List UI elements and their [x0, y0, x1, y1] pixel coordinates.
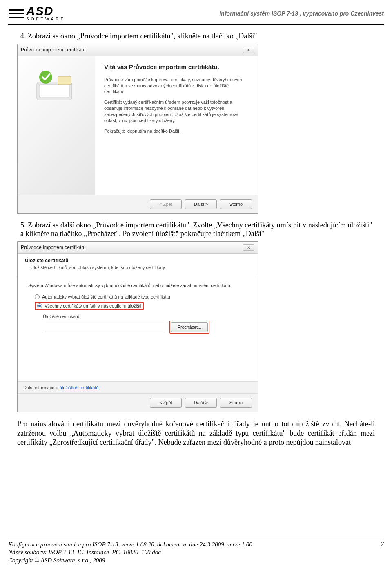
- step-5-text: 5. Zobrazí se další okno „Průvodce impor…: [20, 221, 375, 238]
- page-footer: Konfigurace pracovní stanice pro ISOP 7-…: [8, 538, 384, 565]
- wizard-window-2: Průvodce importem certifikátu ✕ Úložiště…: [17, 241, 258, 412]
- close-icon[interactable]: ✕: [243, 244, 254, 251]
- certificate-wizard-icon: [32, 68, 81, 105]
- wizard2-link-row: Další informace o úložištích certifikátů: [18, 381, 258, 393]
- footer-line2: Název souboru: ISOP 7-13_IC_Instalace_PC…: [8, 548, 372, 557]
- footer-line3: Copyright © ASD Software, s.r.o., 2009: [8, 557, 372, 565]
- radio-icon: [35, 294, 40, 299]
- wizard1-p3: Pokračujte klepnutím na tlačítko Další.: [104, 128, 247, 134]
- wizard1-main: Vítá vás Průvodce importem certifikátu. …: [95, 56, 258, 195]
- cancel-button[interactable]: Storno: [220, 199, 252, 209]
- page-number: 7: [372, 541, 384, 565]
- back-button[interactable]: < Zpět: [150, 398, 182, 408]
- wizard2-subdesc: Úložiště certifikátů jsou oblasti systém…: [25, 265, 250, 270]
- wizard2-subtitle: Úložiště certifikátů: [25, 258, 250, 263]
- logo-textblock: ASD SOFTWARE: [26, 6, 65, 21]
- store-row: Úložiště certifikátů: Procházet...: [43, 314, 247, 334]
- wizard1-p2: Certifikát vydaný certifikačním úřadem p…: [104, 99, 247, 123]
- browse-button[interactable]: Procházet...: [171, 322, 208, 332]
- wizard1-heading: Vítá vás Průvodce importem certifikátu.: [104, 63, 247, 71]
- close-icon[interactable]: ✕: [243, 47, 254, 53]
- logo-subtext: SOFTWARE: [26, 17, 65, 21]
- radio-auto-label: Automaticky vybrat úložiště certifikátů …: [42, 294, 170, 299]
- after-paragraph: Pro nainstalování certifikátu mezi důvěr…: [17, 419, 375, 447]
- link-prefix: Další informace o: [23, 385, 60, 390]
- wizard2-titlebar: Průvodce importem certifikátu ✕: [18, 242, 258, 254]
- header-doc-title: Informační systém ISOP 7-13 , vypracován…: [219, 10, 384, 17]
- next-button[interactable]: Další >: [185, 398, 217, 408]
- radio-place-all[interactable]: Všechny certifikáty umístit v následujíc…: [35, 302, 247, 310]
- radio-auto-select[interactable]: Automaticky vybrat úložiště certifikátů …: [35, 294, 247, 299]
- logo: ASD SOFTWARE: [8, 6, 65, 21]
- page-content: 4. Zobrazí se okno „Průvodce importem ce…: [17, 32, 375, 447]
- radio-place-all-label: Všechny certifikáty umístit v následujíc…: [45, 303, 141, 308]
- logo-text: ASD: [26, 6, 65, 16]
- step-4-text: 4. Zobrazí se okno „Průvodce importem ce…: [20, 32, 375, 40]
- wizard1-side-panel: [18, 56, 95, 195]
- wizard2-title: Průvodce importem certifikátu: [21, 245, 86, 250]
- store-label: Úložiště certifikátů:: [43, 314, 247, 319]
- wizard2-content: Systém Windows může automaticky vybrat ú…: [18, 275, 258, 381]
- page-header: ASD SOFTWARE Informační systém ISOP 7-13…: [0, 0, 392, 23]
- wizard2-subheader: Úložiště certifikátů Úložiště certifikát…: [18, 254, 258, 275]
- logo-wing-icon: [8, 6, 24, 21]
- wizard1-titlebar: Průvodce importem certifikátu ✕: [18, 44, 258, 56]
- footer-line1: Konfigurace pracovní stanice pro ISOP 7-…: [8, 541, 372, 549]
- cert-store-info-link[interactable]: úložištích certifikátů: [60, 385, 99, 390]
- certificate-store-input[interactable]: [43, 323, 165, 331]
- wizard1-footer: < Zpět Další > Storno: [18, 195, 258, 213]
- radio-icon: [37, 303, 42, 308]
- wizard1-title: Průvodce importem certifikátu: [21, 47, 86, 53]
- svg-point-2: [39, 71, 52, 84]
- next-button[interactable]: Další >: [185, 199, 217, 209]
- wizard-window-1: Průvodce importem certifikátu ✕ Vítá vás…: [17, 44, 258, 214]
- back-button[interactable]: < Zpět: [150, 199, 182, 209]
- wizard2-footer: < Zpět Další > Storno: [18, 393, 258, 412]
- svg-rect-1: [39, 85, 69, 98]
- svg-rect-3: [58, 76, 71, 85]
- header-rule: [8, 24, 384, 25]
- cancel-button[interactable]: Storno: [220, 398, 252, 408]
- wizard1-p1: Průvodce vám pomůže kopírovat certifikát…: [104, 77, 247, 95]
- wizard2-intro: Systém Windows může automaticky vybrat ú…: [28, 283, 247, 289]
